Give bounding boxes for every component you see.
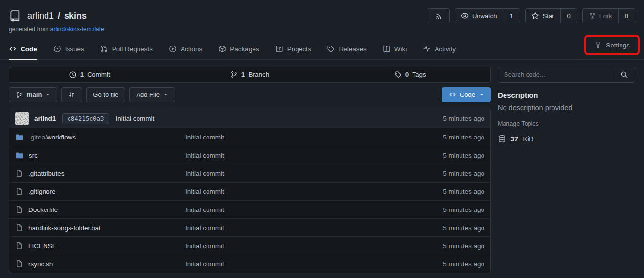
description-heading: Description bbox=[498, 91, 635, 99]
pulse-icon bbox=[423, 45, 431, 53]
go-to-file-button[interactable]: Go to file bbox=[86, 87, 125, 102]
repo-title: arlind1 / skins bbox=[9, 9, 87, 22]
fork-label: Fork bbox=[599, 12, 612, 20]
branch-name: main bbox=[27, 91, 42, 98]
code-download-button[interactable]: Code bbox=[442, 87, 491, 102]
file-commit-message[interactable]: Initial commit bbox=[185, 134, 443, 141]
repo-header: arlind1 / skins bbox=[0, 0, 644, 35]
star-count[interactable]: 0 bbox=[560, 9, 577, 23]
tab-activity[interactable]: Activity bbox=[423, 39, 456, 60]
file-name-link[interactable]: Dockerfile bbox=[28, 206, 58, 213]
table-row[interactable]: .gitignore Initial commit 5 minutes ago bbox=[9, 182, 490, 200]
file-name-link[interactable]: hardlink-songs-folder.bat bbox=[28, 224, 101, 232]
repo-size-unit: KiB bbox=[523, 135, 534, 143]
rss-button[interactable] bbox=[428, 8, 450, 23]
tags-stat[interactable]: 0 Tags bbox=[330, 71, 490, 78]
fork-count[interactable]: 0 bbox=[618, 9, 635, 23]
table-row[interactable]: rsync.sh Initial commit 5 minutes ago bbox=[9, 255, 490, 273]
fork-button[interactable]: Fork 0 bbox=[582, 8, 635, 23]
branches-count: 1 bbox=[241, 71, 245, 78]
commits-label: Commit bbox=[87, 71, 110, 78]
eye-icon bbox=[461, 12, 469, 20]
rss-icon bbox=[428, 9, 449, 23]
tab-packages[interactable]: Packages bbox=[218, 39, 259, 60]
file-icon bbox=[15, 206, 23, 213]
watch-count[interactable]: 1 bbox=[503, 9, 519, 23]
file-commit-message[interactable]: Initial commit bbox=[185, 242, 443, 250]
file-commit-message[interactable]: Initial commit bbox=[185, 152, 443, 159]
tab-settings[interactable]: Settings bbox=[594, 41, 630, 49]
tab-code[interactable]: Code bbox=[9, 39, 37, 60]
file-icon bbox=[15, 260, 23, 268]
file-commit-message[interactable]: Initial commit bbox=[185, 224, 443, 232]
avatar[interactable] bbox=[15, 112, 29, 125]
book-icon bbox=[383, 45, 391, 53]
watch-button[interactable]: Unwatch 1 bbox=[455, 8, 520, 23]
play-circle-icon bbox=[169, 45, 177, 53]
file-time: 5 minutes ago bbox=[443, 224, 484, 232]
file-time: 5 minutes ago bbox=[443, 242, 484, 250]
repo-stats-bar: 1 Commit 1 Branch bbox=[9, 67, 491, 83]
manage-topics-link[interactable]: Manage Topics bbox=[498, 120, 635, 127]
branch-icon bbox=[16, 91, 23, 98]
repo-sidebar: Description No description provided Mana… bbox=[498, 67, 635, 143]
search-input[interactable] bbox=[498, 67, 614, 82]
commit-hash-link[interactable]: c84215d0a3 bbox=[62, 113, 109, 124]
file-name-link[interactable]: LICENSE bbox=[28, 242, 57, 250]
table-row[interactable]: .gitattributes Initial commit 5 minutes … bbox=[9, 164, 490, 182]
package-icon bbox=[218, 45, 226, 53]
branch-selector[interactable]: main bbox=[9, 87, 57, 102]
file-commit-message[interactable]: Initial commit bbox=[185, 206, 443, 213]
generated-from: generated from arlind/skins-template bbox=[9, 26, 635, 35]
chevron-down-icon bbox=[46, 93, 50, 97]
table-row[interactable]: src Initial commit 5 minutes ago bbox=[9, 146, 490, 164]
tab-releases[interactable]: Releases bbox=[327, 39, 366, 60]
repo-size-value: 37 bbox=[510, 135, 518, 143]
file-commit-message[interactable]: Initial commit bbox=[185, 170, 443, 177]
add-file-label: Add File bbox=[136, 91, 160, 98]
tab-code-label: Code bbox=[21, 46, 37, 53]
tab-projects-label: Projects bbox=[287, 46, 311, 53]
tab-activity-label: Activity bbox=[435, 46, 456, 53]
file-icon bbox=[15, 187, 23, 195]
repo-name-link[interactable]: skins bbox=[64, 11, 87, 21]
history-clock-icon bbox=[69, 71, 77, 79]
tags-count: 0 bbox=[405, 71, 409, 78]
compare-button[interactable] bbox=[61, 87, 82, 102]
tab-issues[interactable]: Issues bbox=[53, 39, 84, 60]
commits-stat[interactable]: 1 Commit bbox=[9, 71, 170, 79]
repo-size: 37 KiB bbox=[498, 135, 635, 143]
settings-highlight-annotation: Settings bbox=[584, 35, 640, 55]
file-icon bbox=[15, 169, 23, 177]
file-name-link[interactable]: src bbox=[29, 152, 38, 159]
file-name-link[interactable]: rsync.sh bbox=[28, 260, 53, 268]
repo-toolbar: main Go to file Add File bbox=[9, 87, 491, 102]
file-name-link[interactable]: .gitignore bbox=[28, 188, 56, 195]
file-commit-message[interactable]: Initial commit bbox=[185, 260, 443, 268]
file-commit-message[interactable]: Initial commit bbox=[185, 188, 443, 195]
tab-wiki[interactable]: Wiki bbox=[383, 39, 407, 60]
table-row[interactable]: .gitea/workflows Initial commit 5 minute… bbox=[9, 128, 490, 146]
file-name-link[interactable]: .gitattributes bbox=[28, 170, 65, 177]
file-time: 5 minutes ago bbox=[443, 134, 484, 141]
compare-icon bbox=[68, 91, 75, 98]
tab-pull-requests[interactable]: Pull Requests bbox=[100, 39, 153, 60]
table-row[interactable]: Dockerfile Initial commit 5 minutes ago bbox=[9, 200, 490, 218]
table-row[interactable]: hardlink-songs-folder.bat Initial commit… bbox=[9, 218, 490, 236]
tab-projects[interactable]: Projects bbox=[276, 39, 311, 60]
tab-settings-label: Settings bbox=[606, 42, 630, 49]
tab-actions[interactable]: Actions bbox=[169, 39, 202, 60]
code-icon bbox=[449, 91, 456, 98]
file-name-link[interactable]: /workflows bbox=[45, 134, 76, 141]
template-link[interactable]: arlind/skins-template bbox=[50, 26, 104, 33]
description-text: No description provided bbox=[498, 104, 635, 112]
branches-stat[interactable]: 1 Branch bbox=[170, 71, 330, 78]
add-file-button[interactable]: Add File bbox=[129, 87, 175, 102]
search-button[interactable] bbox=[614, 67, 635, 82]
table-row[interactable]: LICENSE Initial commit 5 minutes ago bbox=[9, 236, 490, 255]
commit-author-link[interactable]: arlind1 bbox=[34, 115, 56, 122]
repo-owner-link[interactable]: arlind1 bbox=[27, 11, 54, 21]
tab-actions-label: Actions bbox=[181, 46, 202, 53]
star-button[interactable]: Star 0 bbox=[525, 8, 577, 23]
commit-message-link[interactable]: Initial commit bbox=[116, 115, 155, 122]
